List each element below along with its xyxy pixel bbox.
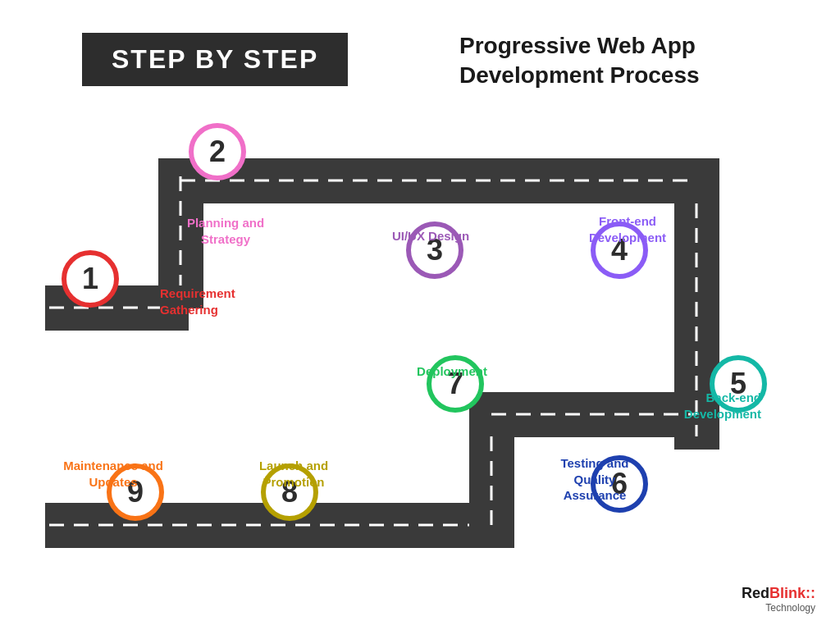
- step-label-4: Front-endDevelopment: [574, 213, 681, 245]
- corner4: [469, 503, 514, 548]
- step-circle-1: 1: [62, 250, 119, 308]
- logo-blink: Blink: [769, 585, 806, 601]
- step-label-5: Back-endDevelopment: [663, 390, 761, 422]
- step-label-7: Deployment: [399, 363, 505, 380]
- road-svg: [0, 0, 840, 630]
- logo-red: Red: [742, 585, 769, 601]
- step-label-6: Testing andQuality Assurance: [541, 455, 648, 504]
- step-label-8: Launch andPromotion: [240, 458, 347, 490]
- logo-tech: Technology: [742, 602, 815, 614]
- step-label-9: Maintenance andUpdates: [60, 458, 167, 490]
- step-circle-2: 2: [189, 123, 246, 180]
- step-label-2: Planning andStrategy: [172, 215, 279, 247]
- step-label-3: UI/UX Design: [377, 228, 484, 244]
- redblink-logo: RedBlink:: Technology: [742, 585, 815, 614]
- step-label-1: RequirementGathering: [160, 285, 275, 317]
- page-container: STEP BY STEP Progressive Web App Develop…: [0, 0, 840, 630]
- logo-dots: ::: [806, 585, 815, 601]
